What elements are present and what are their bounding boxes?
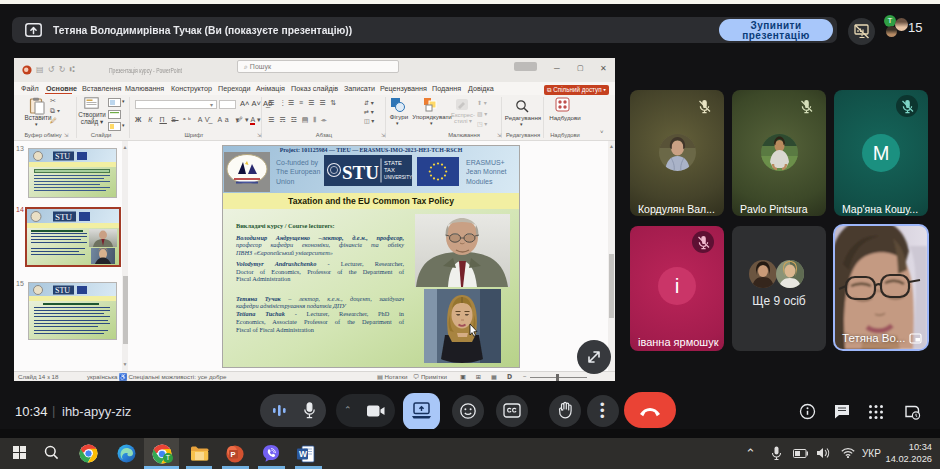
svg-text:W: W bbox=[299, 449, 308, 459]
svg-text:STU: STU bbox=[342, 162, 379, 183]
svg-text:STATE: STATE bbox=[384, 160, 402, 166]
svg-text:UNIVERSITY: UNIVERSITY bbox=[384, 175, 412, 180]
svg-text:STU: STU bbox=[55, 152, 70, 161]
svg-text:TAX: TAX bbox=[384, 167, 395, 173]
svg-text:STU: STU bbox=[55, 212, 73, 222]
svg-text:STU: STU bbox=[55, 286, 70, 295]
svg-text:P: P bbox=[231, 450, 236, 459]
